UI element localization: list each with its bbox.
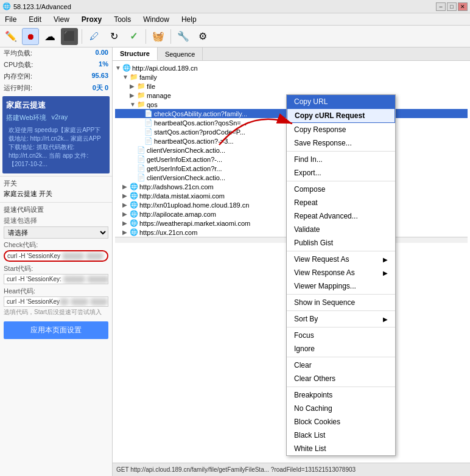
menu-window[interactable]: Window: [141, 15, 172, 24]
file-icon: 📄: [137, 164, 147, 172]
tree-toggle-icon: [130, 165, 137, 172]
refresh-button[interactable]: ↻: [105, 28, 122, 45]
settings-button[interactable]: ⚙: [194, 28, 211, 45]
menu-view[interactable]: View: [51, 15, 72, 24]
ctx-ignore[interactable]: Ignore: [287, 342, 395, 355]
heart-code-hint: 选填代码，Start后没提速可尝试填入: [4, 308, 108, 317]
tree-toggle-icon: ▶: [122, 220, 130, 226]
pencil-button[interactable]: ✏️: [2, 28, 19, 45]
ctx-view-response-as[interactable]: View Response As ▶: [287, 266, 395, 279]
form-section-label: 提速代码设置: [4, 205, 108, 214]
file-icon: 📄: [137, 146, 147, 154]
ctx-copy-curl[interactable]: Copy cURL Request: [287, 108, 395, 123]
heart-code-value: curl -H 'SessionKey█ ███ ███: [4, 296, 108, 307]
tree-toggle-icon: ▶: [122, 211, 130, 217]
ctx-focus[interactable]: Focus: [287, 329, 395, 342]
tree-toggle-icon: ▶: [130, 92, 137, 99]
tab-sequence[interactable]: Sequence: [158, 47, 203, 60]
menu-edit[interactable]: Edit: [26, 15, 44, 24]
toggle-section: 开关 家庭云提速 开关: [0, 176, 112, 202]
heart-code-group: Heart代码: curl -H 'SessionKey█ ███ ███ 选填…: [4, 287, 108, 317]
main-layout: 平均负载: 0.00 CPU负载: 1% 内存空闲: 95.63 运行时间: 0…: [0, 47, 470, 476]
ctx-show-sequence[interactable]: Show in Sequence: [287, 296, 395, 309]
ctx-black-list[interactable]: Black List: [287, 429, 395, 442]
ctx-repeat-advanced[interactable]: Repeat Advanced...: [287, 209, 395, 223]
ctx-copy-url[interactable]: Copy URL: [287, 95, 395, 108]
tree-toggle-icon: [130, 147, 137, 153]
ctx-clear[interactable]: Clear: [287, 359, 395, 372]
tree-toggle-icon: ▼: [122, 74, 130, 80]
toggle-row-main: 家庭云提速 开关: [4, 189, 108, 198]
tree-toggle-icon: ▶: [122, 229, 130, 236]
stream-button[interactable]: ☁: [41, 28, 58, 45]
globe-icon: 🌐: [130, 219, 139, 227]
toggle-label: 开关: [4, 179, 108, 188]
close-button[interactable]: ✕: [458, 2, 468, 11]
blue-box-content: 欢迎使用 speedup【家庭云APP下载地址: http://rt.cn2k.…: [6, 125, 106, 170]
tree-toggle-icon: [130, 174, 137, 181]
tools-button[interactable]: 🔧: [175, 28, 192, 45]
stop-button[interactable]: ⬛: [61, 28, 78, 45]
v2ray-link[interactable]: v2ray: [51, 113, 68, 122]
ctx-sep-3: [287, 251, 395, 251]
ctx-viewer-mappings[interactable]: Viewer Mappings...: [287, 279, 395, 293]
edit-button[interactable]: 🖊: [86, 28, 103, 45]
tree-toggle-icon: [137, 128, 144, 135]
ctx-view-request-as[interactable]: View Request As ▶: [287, 253, 395, 266]
file-icon: 📄: [144, 137, 154, 145]
check-button[interactable]: ✓: [125, 28, 142, 45]
ctx-copy-response[interactable]: Copy Response: [287, 123, 395, 136]
menu-help[interactable]: Help: [179, 15, 199, 24]
menu-file[interactable]: File: [2, 15, 19, 24]
web-env-link[interactable]: 搭建Web环境: [6, 113, 46, 122]
menu-tools[interactable]: Tools: [111, 15, 133, 24]
tree-folder-file[interactable]: ▶ 📁 file: [115, 82, 468, 91]
tree-toggle-icon: ▶: [122, 183, 130, 190]
tree-toggle-icon: ▶: [122, 192, 130, 199]
ctx-save-response[interactable]: Save Response...: [287, 136, 395, 150]
tree-toggle-icon: [130, 156, 137, 163]
metric-uptime: 运行时间: 0天 0: [0, 82, 112, 94]
apply-button[interactable]: 应用本页面设置: [4, 321, 108, 339]
ctx-repeat[interactable]: Repeat: [287, 196, 395, 209]
metric-avg-load: 平均负载: 0.00: [0, 47, 112, 59]
ctx-clear-others[interactable]: Clear Others: [287, 372, 395, 385]
globe-icon: 🌐: [130, 201, 139, 209]
ctx-find-in[interactable]: Find In...: [287, 153, 395, 166]
menubar: File Edit View Proxy Tools Window Help: [0, 13, 470, 26]
start-code-group: Start代码: curl -H 'SessionKey: ████ ████: [4, 264, 108, 284]
folder-icon: 📁: [137, 100, 147, 108]
basket-button[interactable]: 🧺: [150, 28, 167, 45]
check-code-value: curl -H 'SessionKey ████ ███: [4, 250, 108, 262]
ctx-export[interactable]: Export...: [287, 166, 395, 180]
tabs: Structure Sequence: [113, 47, 470, 61]
select-label: 提速包选择: [4, 216, 108, 225]
ctx-sep-7: [287, 357, 395, 357]
ctx-sep-4: [287, 294, 395, 295]
blue-box-links: 搭建Web环境 v2ray: [6, 113, 106, 122]
tree-folder-family[interactable]: ▼ 📁 family: [115, 72, 468, 82]
ctx-compose[interactable]: Compose: [287, 183, 395, 196]
ctx-white-list[interactable]: White List: [287, 442, 395, 455]
file-icon: 📄: [137, 173, 147, 181]
tree-toggle-icon: [137, 110, 144, 117]
ctx-sort-by[interactable]: Sort By ▶: [287, 312, 395, 326]
speed-select[interactable]: 请选择: [4, 226, 108, 239]
menu-proxy[interactable]: Proxy: [79, 15, 104, 24]
ctx-publish-gist[interactable]: Publish Gist: [287, 236, 395, 250]
minimize-button[interactable]: –: [436, 2, 446, 11]
tab-structure[interactable]: Structure: [113, 47, 158, 60]
globe-icon: 🌐: [122, 64, 132, 72]
ctx-validate[interactable]: Validate: [287, 223, 395, 236]
tree-root-api[interactable]: ▼ 🌐 http://api.cloud.189.cn: [115, 63, 468, 72]
file-icon: 📄: [144, 128, 154, 136]
record-button[interactable]: ⏺: [22, 28, 39, 45]
context-menu: Copy URL Copy cURL Request Copy Response…: [286, 94, 396, 456]
ctx-breakpoints[interactable]: Breakpoints: [287, 388, 395, 402]
ctx-no-caching[interactable]: No Caching: [287, 402, 395, 415]
ctx-block-cookies[interactable]: Block Cookies: [287, 415, 395, 429]
maximize-button[interactable]: □: [447, 2, 457, 11]
folder-icon: 📁: [130, 73, 139, 81]
tree-toggle-icon: [137, 119, 144, 126]
folder-icon: 📁: [137, 91, 147, 99]
